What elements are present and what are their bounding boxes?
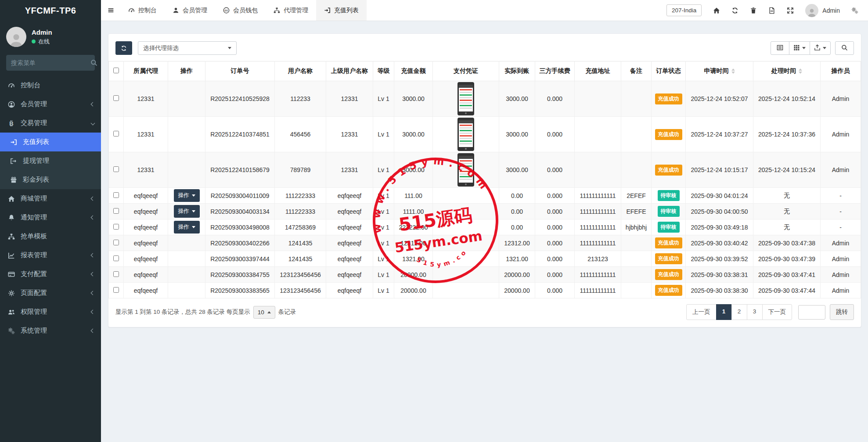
cell-operator: - [821, 204, 861, 219]
cell-amount: 1111.00 [394, 204, 433, 219]
sidebar-item[interactable]: 提现管理 [0, 151, 101, 170]
cell-address: 111111111111 [575, 204, 621, 219]
column-header: 订单状态 [652, 61, 686, 81]
row-checkbox[interactable] [113, 131, 119, 137]
row-checkbox[interactable] [113, 271, 119, 277]
export-button[interactable] [810, 41, 831, 55]
cell-level: Lv 1 [373, 283, 394, 298]
cell-remark [621, 283, 652, 298]
cell-status: 充值成功 [652, 235, 686, 251]
page-button[interactable]: 上一页 [686, 304, 717, 320]
row-action-button[interactable]: 操作 [174, 205, 200, 218]
search-icon [90, 59, 97, 66]
bell-icon [7, 214, 16, 221]
cell-amount: 12312.00 [394, 235, 433, 251]
main-area: 控制台会员管理cc会员钱包代理管理充值列表 207-India Admin 选择… [101, 0, 868, 442]
payment-voucher-thumbnail[interactable] [457, 118, 474, 151]
columns-button[interactable] [789, 41, 810, 55]
cell-voucher [433, 235, 499, 251]
sidebar-item[interactable]: 彩金列表 [0, 170, 101, 189]
table-search-button[interactable] [835, 41, 854, 55]
cell-level: Lv 1 [373, 81, 394, 117]
page-button[interactable]: 下一页 [762, 304, 792, 320]
sidebar-item[interactable]: 充值列表 [0, 133, 101, 151]
row-action-button[interactable]: 操作 [174, 189, 200, 202]
sidebar-item[interactable]: 支付配置 [0, 265, 101, 284]
row-checkbox[interactable] [113, 192, 119, 198]
row-action-button[interactable]: 操作 [174, 221, 200, 234]
records-info-suffix: 条记录 [278, 308, 296, 316]
sidebar-item[interactable]: 系统管理 [0, 321, 101, 340]
cell-action: 操作 [168, 188, 205, 204]
refresh-icon[interactable] [731, 7, 738, 14]
sidebar-item[interactable]: 会员管理 [0, 95, 101, 114]
table-row: eqfqeeqfR20250930033974441241435eqfqeeqf… [109, 251, 861, 267]
clear-cache-icon[interactable] [768, 7, 775, 14]
cell-operator: Admin [821, 152, 861, 188]
user-menu[interactable]: Admin [805, 4, 840, 17]
page-jump-input[interactable] [798, 305, 825, 320]
cell-amount: 3000.00 [394, 117, 433, 152]
row-checkbox[interactable] [113, 208, 119, 214]
sidebar-item[interactable]: 抢单模板 [0, 227, 101, 246]
settings-icon[interactable] [851, 7, 858, 14]
sort-icon[interactable] [799, 68, 802, 74]
agent-filter-select[interactable]: 选择代理筛选 [138, 41, 237, 55]
cell-address [575, 81, 621, 117]
topnav-tab[interactable]: 控制台 [120, 0, 165, 21]
page-button[interactable]: 2 [731, 304, 747, 320]
content: 选择代理筛选 [101, 21, 868, 442]
payment-voucher-thumbnail[interactable] [457, 82, 474, 115]
page-jump-button[interactable]: 跳转 [830, 304, 854, 320]
row-checkbox[interactable] [113, 95, 119, 101]
page-size-select[interactable]: 10 [253, 306, 275, 319]
topnav-tab[interactable]: 充值列表 [316, 0, 367, 21]
cell-parent-username: eqfqeeqf [326, 219, 373, 235]
cell-order-no: R2025122410525928 [205, 81, 275, 117]
sidebar-item[interactable]: 报表管理 [0, 246, 101, 265]
chevron-up-icon [267, 311, 271, 313]
sidebar-menu: 控制台会员管理B交易管理充值列表提现管理彩金列表商城管理通知管理抢单模板报表管理… [0, 76, 101, 340]
status-badge: 充值成功 [655, 253, 682, 264]
sidebar-item[interactable]: 页面配置 [0, 284, 101, 302]
sort-icon[interactable] [731, 68, 735, 74]
row-checkbox[interactable] [113, 287, 119, 293]
sidebar-item[interactable]: B交易管理 [0, 114, 101, 133]
sidebar-item[interactable]: 通知管理 [0, 208, 101, 227]
cell-process-time: 2025-09-30 03:47:38 [753, 235, 821, 251]
table-refresh-button[interactable] [115, 41, 132, 55]
row-checkbox[interactable] [113, 255, 119, 261]
cell-apply-time: 2025-09-30 04:00:50 [686, 204, 753, 219]
region-selector[interactable]: 207-India [666, 4, 702, 16]
row-checkbox[interactable] [113, 224, 119, 230]
table-header-row: 所属代理操作订单号用户名称上级用户名称等级充值金额支付凭证实际到账三方手续费充值… [109, 61, 861, 81]
status-badge: 充值成功 [655, 269, 682, 280]
trash-icon[interactable] [750, 7, 757, 14]
online-status: 在线 [38, 38, 50, 46]
sidebar-toggle-button[interactable] [101, 0, 120, 21]
row-checkbox[interactable] [113, 240, 119, 245]
page-button[interactable]: 1 [716, 304, 732, 320]
sidebar-item[interactable]: 控制台 [0, 76, 101, 95]
topnav-tab[interactable]: 代理管理 [266, 0, 316, 21]
chevron-left-icon [91, 329, 95, 333]
cell-voucher [433, 251, 499, 267]
detail-view-button[interactable] [771, 41, 789, 55]
topnav-tab[interactable]: cc会员钱包 [215, 0, 266, 21]
cell-received: 3000.00 [499, 152, 535, 188]
column-header: 所属代理 [124, 61, 168, 81]
cell-parent-username: 12331 [326, 152, 373, 188]
menu-search-input[interactable] [11, 59, 90, 66]
row-checkbox[interactable] [113, 166, 119, 172]
page-button[interactable]: 3 [747, 304, 763, 320]
fullscreen-icon[interactable] [787, 7, 794, 14]
sidebar-item[interactable]: 商城管理 [0, 189, 101, 208]
cell-apply-time: 2025-09-30 03:40:42 [686, 235, 753, 251]
topnav-tab[interactable]: 会员管理 [165, 0, 215, 21]
sidebar-item[interactable]: 权限管理 [0, 302, 101, 321]
cell-apply-time: 2025-09-30 03:49:18 [686, 219, 753, 235]
cell-address: 213123 [575, 251, 621, 267]
home-icon[interactable] [713, 7, 720, 14]
payment-voucher-thumbnail[interactable] [457, 153, 474, 187]
select-all-checkbox[interactable] [113, 68, 119, 73]
